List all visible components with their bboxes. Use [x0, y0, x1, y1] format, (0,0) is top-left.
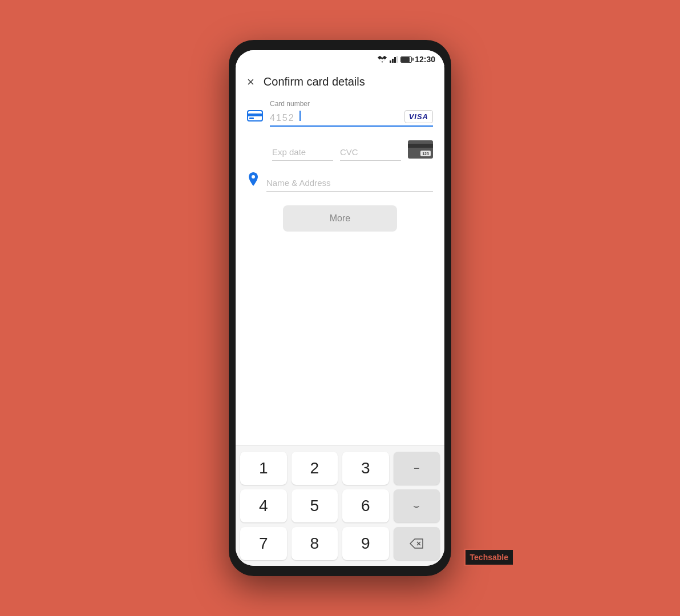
card-icon-area: [247, 110, 263, 124]
key-backspace[interactable]: [394, 527, 440, 560]
battery-icon: [400, 56, 412, 63]
cvc-placeholder: CVC: [340, 147, 401, 161]
key-9[interactable]: 9: [342, 527, 389, 560]
svg-rect-6: [394, 57, 396, 63]
keyboard-area: 1 2 3 − 4 5 6 ⌣ 7 8 9: [236, 445, 444, 566]
signal-icon: [390, 56, 398, 63]
key-4[interactable]: 4: [240, 489, 287, 522]
wifi-icon: [378, 56, 387, 63]
app-content: × Confirm card details Card number: [236, 66, 444, 566]
exp-date-field[interactable]: Exp date: [272, 147, 333, 161]
status-bar: 12:30: [236, 50, 444, 66]
close-button[interactable]: ×: [247, 76, 254, 88]
name-address-row: Name & Address: [247, 172, 433, 192]
more-button-area: More: [247, 205, 433, 232]
card-number-label: Card number: [270, 100, 433, 108]
cvc-field[interactable]: CVC: [340, 147, 401, 161]
keyboard-row-3: 7 8 9: [240, 527, 440, 560]
page-title: Confirm card details: [264, 75, 365, 88]
phone-frame: 12:30 × Confirm card details: [229, 40, 451, 576]
page-header: × Confirm card details: [236, 66, 444, 95]
name-address-placeholder: Name & Address: [266, 178, 433, 192]
card-number-field[interactable]: Card number 4152 VISA: [270, 100, 433, 127]
exp-date-placeholder: Exp date: [272, 147, 333, 161]
visa-badge: VISA: [404, 110, 433, 123]
svg-rect-4: [390, 60, 391, 63]
svg-point-11: [252, 175, 255, 179]
key-3[interactable]: 3: [342, 452, 389, 485]
svg-rect-10: [249, 117, 254, 119]
key-dash[interactable]: −: [394, 452, 440, 485]
location-icon: [247, 172, 260, 189]
cvc-card-icon: 123: [408, 140, 433, 159]
phone-screen: 12:30 × Confirm card details: [236, 50, 444, 566]
status-time: 12:30: [415, 55, 435, 64]
svg-rect-7: [396, 56, 398, 63]
name-address-field[interactable]: Name & Address: [266, 178, 433, 192]
credit-card-icon: [247, 110, 263, 122]
card-number-value: 4152: [270, 111, 301, 123]
form-area: Card number 4152 VISA Exp date CVC: [236, 95, 444, 445]
key-7[interactable]: 7: [240, 527, 287, 560]
svg-point-3: [382, 62, 383, 63]
key-space[interactable]: ⌣: [394, 489, 440, 522]
techsable-text: Techsable: [470, 553, 508, 562]
exp-cvc-row: Exp date CVC 123: [272, 140, 433, 161]
more-button[interactable]: More: [283, 205, 397, 232]
key-5[interactable]: 5: [292, 489, 338, 522]
status-icons: 12:30: [378, 55, 435, 64]
svg-rect-9: [248, 114, 262, 116]
key-2[interactable]: 2: [292, 452, 338, 485]
keyboard-row-1: 1 2 3 −: [240, 452, 440, 485]
keyboard-row-2: 4 5 6 ⌣: [240, 489, 440, 522]
key-8[interactable]: 8: [292, 527, 338, 560]
key-1[interactable]: 1: [240, 452, 287, 485]
cvc-hint: 123: [420, 151, 431, 156]
techsable-watermark: Techsable: [464, 549, 514, 566]
card-number-section: Card number 4152 VISA: [247, 100, 433, 129]
key-6[interactable]: 6: [342, 489, 389, 522]
svg-rect-5: [392, 59, 394, 63]
card-number-input-row: 4152 VISA: [270, 110, 433, 127]
